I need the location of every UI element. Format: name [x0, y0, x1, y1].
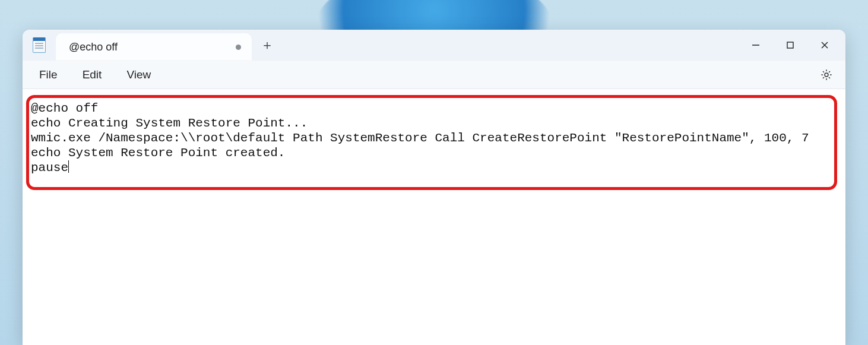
menu-view[interactable]: View: [116, 64, 161, 86]
app-icon-slot: [23, 30, 56, 61]
gear-icon: [820, 68, 833, 81]
settings-button[interactable]: [813, 62, 840, 88]
unsaved-indicator-icon[interactable]: [236, 45, 241, 50]
svg-point-4: [825, 73, 828, 77]
window-controls: [739, 30, 845, 61]
titlebar[interactable]: @echo off ＋: [23, 30, 845, 61]
close-button[interactable]: [807, 30, 842, 61]
notepad-icon: [33, 37, 46, 53]
menu-edit[interactable]: Edit: [72, 64, 113, 86]
tab-title: @echo off: [69, 41, 118, 53]
menubar: File Edit View: [23, 61, 845, 89]
notepad-window: @echo off ＋ File Edit View: [23, 30, 845, 345]
new-tab-button[interactable]: ＋: [252, 30, 283, 61]
maximize-icon: [786, 41, 794, 49]
plus-icon: ＋: [261, 39, 274, 52]
minimize-icon: [752, 41, 760, 49]
editor-text[interactable]: @echo off echo Creating System Restore P…: [28, 97, 840, 175]
minimize-button[interactable]: [739, 30, 773, 61]
text-caret: [68, 160, 69, 173]
editor-area[interactable]: @echo off echo Creating System Restore P…: [23, 89, 845, 345]
close-icon: [821, 41, 829, 49]
menu-file[interactable]: File: [28, 64, 68, 86]
svg-rect-1: [787, 42, 793, 48]
tab-active[interactable]: @echo off: [56, 33, 252, 61]
maximize-button[interactable]: [773, 30, 807, 61]
